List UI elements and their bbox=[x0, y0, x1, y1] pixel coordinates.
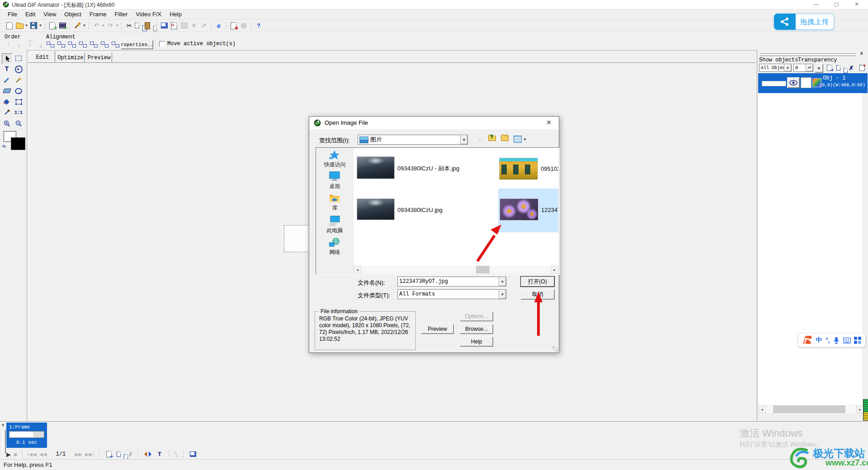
delete-object-icon[interactable]: ✗ bbox=[847, 64, 855, 72]
reverse-frames-icon[interactable] bbox=[144, 450, 152, 458]
undo-icon[interactable]: ↶ bbox=[92, 21, 101, 30]
object-list-item[interactable]: Obj - 1 (0,0)(W:468,H:60) bbox=[758, 73, 868, 93]
help-button[interactable]: Help bbox=[460, 337, 493, 347]
timeline-close-icon[interactable]: x bbox=[2, 423, 4, 427]
brush-tool-icon[interactable] bbox=[2, 75, 12, 85]
scrollbar-thumb[interactable] bbox=[476, 266, 490, 273]
zoom-in-tool-icon[interactable] bbox=[2, 118, 12, 128]
transform-x-icon[interactable]: ✕ bbox=[189, 21, 198, 30]
maximize-button[interactable]: ▢ bbox=[830, 1, 843, 8]
new-icon[interactable] bbox=[5, 21, 14, 30]
order-to-top-icon[interactable]: ↑ bbox=[24, 41, 35, 48]
up-folder-icon[interactable] bbox=[488, 136, 496, 141]
cut-icon[interactable]: ✂ bbox=[125, 21, 134, 30]
menu-object[interactable]: Object bbox=[60, 11, 85, 18]
tab-preview[interactable]: Preview bbox=[86, 52, 112, 62]
paste-icon[interactable] bbox=[145, 21, 154, 30]
lasso-tool-icon[interactable] bbox=[14, 86, 24, 96]
export-icon[interactable] bbox=[229, 21, 238, 30]
center-both-icon[interactable] bbox=[112, 42, 119, 47]
cancel-button[interactable]: 取消 bbox=[520, 289, 555, 300]
new-folder-icon[interactable]: ✳ bbox=[501, 136, 509, 141]
menu-filter[interactable]: Filter bbox=[110, 11, 132, 18]
align-left-icon[interactable] bbox=[47, 42, 54, 47]
browser-preview-icon[interactable]: e bbox=[214, 21, 223, 30]
file-name-input[interactable]: 1223473RyOT.jpg▼ bbox=[397, 277, 506, 287]
panel-close-icon[interactable]: x bbox=[860, 51, 863, 56]
magic-wand-tool-icon[interactable] bbox=[14, 75, 24, 85]
transparency-spinner[interactable]: 0 ▲▼ bbox=[793, 64, 813, 72]
open-icon[interactable] bbox=[15, 21, 24, 30]
fill-tool-icon[interactable] bbox=[2, 97, 12, 107]
properties-button[interactable]: roperties.. bbox=[121, 40, 153, 49]
zoom-out-tool-icon[interactable] bbox=[14, 118, 24, 128]
text-banner-icon[interactable]: T bbox=[156, 450, 164, 458]
redo-icon[interactable]: ↷ bbox=[106, 21, 115, 30]
look-in-select[interactable]: 图片 ▼ bbox=[358, 135, 468, 145]
ime-punctuation[interactable]: °, bbox=[826, 337, 830, 344]
order-to-bottom-icon[interactable]: ↓ bbox=[35, 41, 46, 48]
send-icon[interactable]: ⇗ bbox=[199, 21, 208, 30]
align-right-icon[interactable] bbox=[57, 42, 65, 47]
color-wand-icon[interactable] bbox=[73, 21, 82, 30]
next-frame-icon[interactable]: ▶▶ bbox=[75, 451, 82, 457]
resize-grip-icon[interactable] bbox=[552, 346, 558, 352]
drag-upload-widget[interactable]: 拖拽上传 bbox=[774, 14, 834, 30]
center-horizontal-icon[interactable] bbox=[90, 42, 98, 47]
object-panel-hscrollbar[interactable]: ◂ ▸ bbox=[758, 405, 864, 413]
copy-icon[interactable] bbox=[135, 21, 144, 30]
order-up-icon[interactable]: ↑ bbox=[3, 41, 14, 48]
play-icon[interactable]: ▶ bbox=[6, 451, 11, 458]
align-bottom-icon[interactable] bbox=[79, 42, 87, 47]
open-button[interactable]: 打开(O) bbox=[520, 276, 555, 287]
file-list-hscrollbar[interactable]: ◂ ▸ bbox=[354, 266, 558, 273]
drag-upload-label[interactable]: 拖拽上传 bbox=[796, 14, 834, 30]
add-object-icon[interactable] bbox=[826, 64, 834, 72]
ime-toolbar[interactable]: 中 °, bbox=[798, 334, 865, 347]
toolbox-grid-icon[interactable] bbox=[854, 337, 861, 344]
pointer-tool-icon[interactable] bbox=[2, 53, 13, 64]
background-color-swatch[interactable] bbox=[11, 137, 25, 150]
last-frame-icon[interactable]: ▶▶| bbox=[85, 451, 94, 457]
timeline-grip[interactable] bbox=[2, 430, 6, 453]
order-down-icon[interactable]: ↓ bbox=[14, 41, 24, 48]
minimize-button[interactable]: — bbox=[809, 1, 823, 8]
menu-help[interactable]: Help bbox=[165, 11, 186, 18]
object-filter-select[interactable]: All Object:▼ bbox=[759, 64, 792, 72]
swap-colors-icon[interactable]: ⇄ bbox=[1, 143, 7, 150]
object-visibility-button[interactable] bbox=[787, 77, 800, 88]
play-tool-icon[interactable]: ▶ bbox=[14, 64, 24, 74]
ime-lang-mode[interactable]: 中 bbox=[816, 336, 822, 344]
duplicate-object-icon[interactable] bbox=[836, 64, 844, 72]
tab-optimize[interactable]: Optimize bbox=[56, 52, 85, 62]
eraser-tool-icon[interactable] bbox=[2, 86, 12, 96]
disabled-action-icon[interactable]: ╲ bbox=[175, 451, 178, 458]
transparency-dropdown-icon[interactable]: ▼ bbox=[815, 64, 823, 73]
back-icon[interactable]: ← bbox=[477, 136, 484, 143]
menu-file[interactable]: File bbox=[4, 11, 21, 18]
add-frame-icon[interactable] bbox=[105, 450, 113, 458]
move-active-checkbox[interactable] bbox=[159, 41, 165, 47]
eyedropper-tool-icon[interactable] bbox=[2, 108, 12, 118]
view-menu-icon[interactable]: ▼ bbox=[514, 136, 527, 143]
stop-icon[interactable]: ■ bbox=[14, 451, 17, 458]
keyboard-icon[interactable] bbox=[843, 338, 851, 343]
tab-edit[interactable]: Edit bbox=[30, 51, 55, 62]
preview-button[interactable]: Preview bbox=[421, 324, 454, 334]
object-mask-swatch[interactable] bbox=[801, 77, 811, 88]
first-frame-icon[interactable]: |◀◀ bbox=[28, 451, 37, 457]
frame-slice-icon[interactable] bbox=[160, 21, 169, 30]
mic-icon[interactable] bbox=[833, 337, 840, 344]
save-icon[interactable] bbox=[29, 21, 38, 30]
browse-button[interactable]: Browse... bbox=[460, 324, 493, 334]
align-top-icon[interactable] bbox=[68, 42, 76, 47]
actual-size-tool-icon[interactable]: 1:1 bbox=[14, 108, 24, 118]
file-type-select[interactable]: All Formats▼ bbox=[397, 289, 506, 299]
duplicate-frame-icon[interactable] bbox=[117, 450, 125, 458]
menu-edit[interactable]: Edit bbox=[21, 11, 39, 18]
delete-frame-icon[interactable]: ✗ bbox=[128, 451, 133, 458]
open-dropdown-icon[interactable]: ▼ bbox=[24, 21, 28, 30]
gif-optimize-icon[interactable]: G bbox=[170, 21, 179, 30]
frame-properties-icon[interactable] bbox=[189, 450, 197, 458]
menu-view[interactable]: View bbox=[39, 11, 60, 18]
